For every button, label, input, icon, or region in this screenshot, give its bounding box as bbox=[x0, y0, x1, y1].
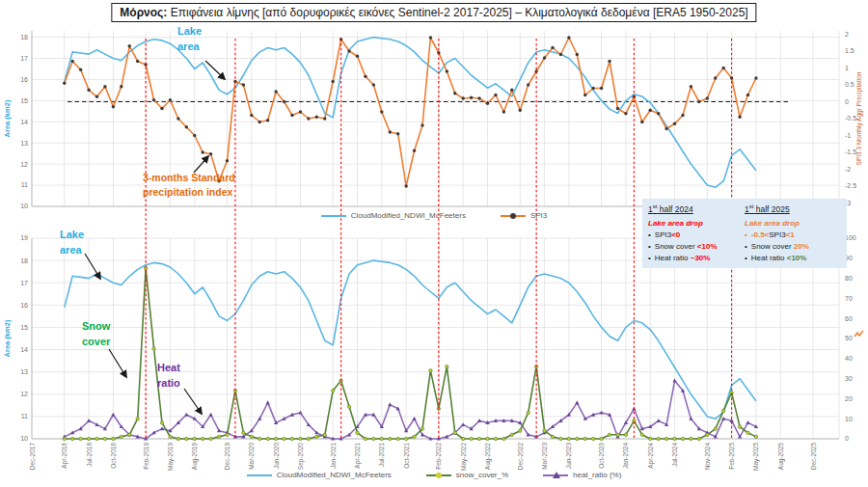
svg-text:Jul-2024: Jul-2024 bbox=[671, 443, 678, 467]
legend-item: CloudModified_NDWI_McFeeters bbox=[321, 211, 466, 220]
svg-text:Jan-2024: Jan-2024 bbox=[622, 443, 629, 469]
svg-text:14: 14 bbox=[20, 119, 28, 125]
title-box: Μόρνος: Επιφάνεια λίμνης [από δορυφορικέ… bbox=[111, 3, 756, 22]
svg-text:13: 13 bbox=[20, 140, 28, 147]
annotation-line: ratio bbox=[157, 376, 180, 392]
y-axis-left-ticks: 10111213141516171819 bbox=[20, 234, 28, 442]
svg-text:Aug-2019: Aug-2019 bbox=[191, 443, 199, 471]
annotation-line: Lake bbox=[177, 24, 202, 40]
annotation-line: Heat bbox=[157, 361, 180, 376]
legend-item: CloudModified_NDWI_McFeeters bbox=[247, 471, 392, 479]
svg-text:Feb-2025: Feb-2025 bbox=[728, 443, 735, 470]
svg-text:Apr-2018: Apr-2018 bbox=[61, 443, 68, 469]
info-box-subtitle: Lake area drop bbox=[745, 218, 841, 229]
bullet-text: <10% bbox=[697, 242, 718, 251]
svg-text:18: 18 bbox=[20, 257, 28, 264]
bullet-icon: • bbox=[648, 241, 651, 252]
legend-label: CloudModified_NDWI_McFeeters bbox=[351, 211, 466, 220]
svg-text:0: 0 bbox=[845, 435, 849, 442]
info-box-bullet: •Snow cover <10% bbox=[648, 241, 733, 252]
svg-text:Jun-2023: Jun-2023 bbox=[565, 443, 572, 469]
svg-text:15: 15 bbox=[20, 324, 28, 331]
svg-text:30: 30 bbox=[845, 375, 853, 382]
svg-text:Dec-2025: Dec-2025 bbox=[810, 443, 817, 471]
svg-text:Nov-2024: Nov-2024 bbox=[704, 443, 711, 471]
info-box-bullet: •SPI3<0 bbox=[648, 230, 733, 240]
y-axis-left-title: Area (km2) bbox=[3, 99, 12, 137]
annotation-line: area bbox=[177, 40, 202, 55]
info-box-2025: 1st half 2025 Lake area drop •-0.5<SPI3<… bbox=[739, 199, 847, 268]
svg-text:Oct-2018: Oct-2018 bbox=[110, 443, 117, 469]
info-box-bullet: •-0.5<SPI3<1 bbox=[745, 230, 841, 240]
svg-text:Dec-2017: Dec-2017 bbox=[29, 443, 36, 471]
annotation-line: cover bbox=[82, 335, 110, 350]
svg-text:-2: -2 bbox=[845, 166, 851, 173]
bullet-icon: • bbox=[745, 241, 747, 252]
bullet-icon: • bbox=[648, 230, 651, 240]
bullet-icon: • bbox=[745, 253, 747, 263]
info-box-subtitle: Lake area drop bbox=[648, 218, 733, 229]
bullet-icon: • bbox=[745, 230, 747, 240]
bullet-text: ~30% bbox=[691, 254, 711, 262]
legend-label: SPI3 bbox=[530, 211, 547, 220]
svg-text:1: 1 bbox=[845, 65, 849, 71]
bullet-icon: • bbox=[648, 253, 651, 263]
info-box-bullet: •Heat ratio <10% bbox=[745, 253, 841, 263]
legend-swatch-icon bbox=[543, 471, 568, 479]
bullet-text: Snow cover bbox=[751, 242, 794, 251]
legend-label: snow_cover_% bbox=[456, 471, 508, 479]
svg-text:Jan-2021: Jan-2021 bbox=[330, 443, 337, 469]
svg-text:0: 0 bbox=[845, 98, 849, 105]
series-CloudModified_NDWI_McFeeters bbox=[65, 260, 756, 419]
svg-text:17: 17 bbox=[20, 55, 28, 62]
legend-item: heat_ratio (%) bbox=[543, 471, 621, 479]
svg-text:Jul-2021: Jul-2021 bbox=[378, 443, 385, 467]
y-axis-right-title: SPI3 3 Monthly Aggr Precipitation bbox=[855, 71, 863, 165]
svg-text:40: 40 bbox=[845, 355, 853, 362]
svg-text:Oct-2021: Oct-2021 bbox=[403, 443, 410, 469]
svg-text:15: 15 bbox=[20, 97, 28, 104]
legend-item: SPI3 bbox=[501, 211, 547, 220]
bullet-text: Heat ratio bbox=[655, 254, 691, 262]
svg-text:Dec-2019: Dec-2019 bbox=[224, 443, 231, 471]
svg-text:10: 10 bbox=[20, 435, 28, 442]
bullet-text: <1 bbox=[786, 230, 795, 239]
y-axis-left-title: Area (km2) bbox=[3, 319, 12, 357]
svg-text:10: 10 bbox=[845, 416, 853, 422]
svg-text:May-2019: May-2019 bbox=[167, 443, 175, 471]
legend-label: CloudModified_NDWI_McFeeters bbox=[277, 471, 392, 479]
annotation-heat-ratio: Heat ratio bbox=[157, 361, 180, 392]
series-CloudModified_NDWI_McFeeters bbox=[65, 38, 756, 188]
annotation-line: Lake bbox=[60, 228, 84, 243]
legend-bottom-chart: CloudModified_NDWI_McFeeterssnow_cover_%… bbox=[0, 471, 868, 479]
bullet-text: <0 bbox=[671, 230, 680, 239]
svg-text:19: 19 bbox=[20, 234, 28, 241]
bullet-text: <10% bbox=[787, 254, 807, 262]
info-box-bullet: •Heat ratio ~30% bbox=[648, 253, 733, 263]
svg-text:Jun-2020: Jun-2020 bbox=[273, 443, 280, 469]
legend-swatch-icon bbox=[321, 211, 346, 220]
legend-swatch-icon bbox=[426, 471, 451, 479]
bullet-text: SPI3 bbox=[769, 230, 785, 239]
svg-text:Apr-2021: Apr-2021 bbox=[354, 443, 362, 469]
info-box-bullets: •SPI3<0•Snow cover <10%•Heat ratio ~30% bbox=[648, 230, 733, 264]
y-axis-left-ticks: 101112131415161718 bbox=[20, 34, 28, 209]
svg-text:16: 16 bbox=[20, 76, 28, 83]
svg-text:Mar-2023: Mar-2023 bbox=[541, 443, 548, 470]
svg-text:May-2022: May-2022 bbox=[460, 443, 468, 471]
svg-text:Aug-2022: Aug-2022 bbox=[484, 443, 492, 471]
info-box-bullet: •Snow cover 20% bbox=[745, 241, 841, 252]
x-axis-ticks: Dec-2017Apr-2018Jul-2018Oct-2018Feb-2019… bbox=[29, 443, 817, 471]
bullet-text: -0.5< bbox=[751, 230, 769, 239]
svg-text:11: 11 bbox=[21, 181, 28, 188]
legend-swatch-icon bbox=[501, 211, 526, 220]
annotation-line: Snow bbox=[82, 319, 110, 335]
svg-text:Feb-2019: Feb-2019 bbox=[143, 443, 149, 470]
svg-text:0.5: 0.5 bbox=[845, 81, 854, 88]
chart-top: 101112131415161718-3-2.5-2-1.5-1-0.500.5… bbox=[3, 31, 863, 210]
annotation-lake-area-top: Lake area bbox=[177, 24, 202, 55]
annotation-arrow bbox=[109, 349, 126, 377]
axis-mark-icon bbox=[854, 331, 863, 337]
markers-snow_cover_% bbox=[63, 267, 758, 441]
info-box-bullets: •-0.5<SPI3<1•Snow cover 20%•Heat ratio <… bbox=[745, 230, 841, 264]
